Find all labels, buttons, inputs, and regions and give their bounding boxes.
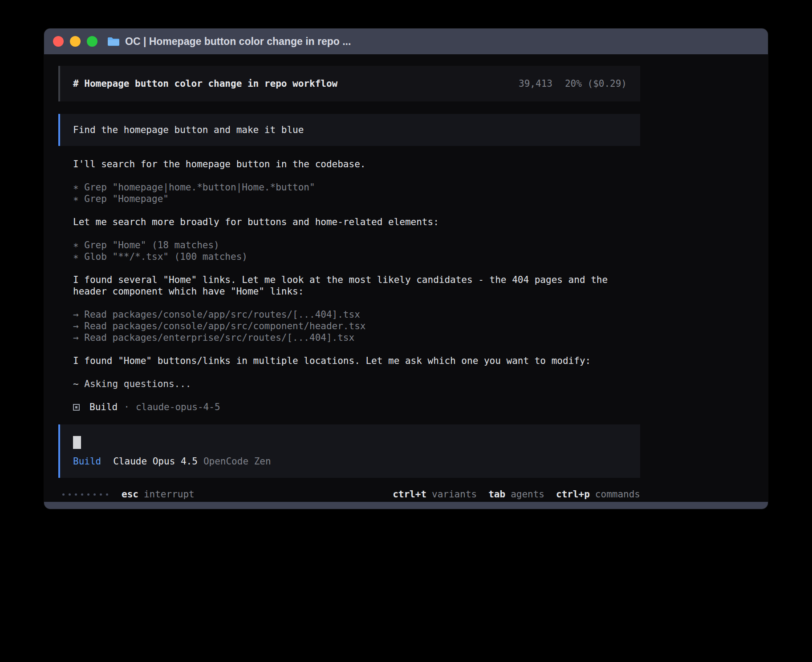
keybind-key: esc <box>122 489 138 500</box>
keybind-label: interrupt <box>144 489 195 500</box>
session-usage: 39,413 20% ($0.29) <box>519 78 627 89</box>
spinner-dot <box>100 493 102 496</box>
tool-call-line: ∗ Glob "**/*.tsx" (100 matches) <box>73 251 627 262</box>
transcript-block-text: Let me search more broadly for buttons a… <box>73 216 627 228</box>
keybind-hint-variants: ctrl+tvariants <box>393 488 477 500</box>
zoom-button[interactable] <box>87 36 97 47</box>
spinner-dot <box>75 493 77 496</box>
transcript-block-text: I found "Home" buttons/links in multiple… <box>73 355 627 367</box>
terminal-content: # Homepage button color change in repo w… <box>44 54 768 502</box>
transcript-block-text: I found several "Home" links. Let me loo… <box>73 274 627 297</box>
assistant-text-line: I found "Home" buttons/links in multiple… <box>73 355 627 367</box>
tool-call-line: ∗ Grep "Home" (18 matches) <box>73 239 627 251</box>
context-usage: 20% ($0.29) <box>565 78 627 89</box>
transcript-block-text: I'll search for the homepage button in t… <box>73 158 627 170</box>
transcript-block-tool: ∗ Grep "homepage|home.*button|Home.*butt… <box>73 182 627 205</box>
keybind-hint-commands: ctrl+pcommands <box>556 488 640 500</box>
input-meta: Build Claude Opus 4.5 OpenCode Zen <box>73 456 627 467</box>
agent-name: Build <box>89 401 118 413</box>
session-title: # Homepage button color change in repo w… <box>73 78 337 89</box>
spinner-dots <box>62 493 108 496</box>
agent-build-icon <box>73 404 80 411</box>
spinner-dot <box>106 493 108 496</box>
spinner-dot <box>81 493 83 496</box>
window-title: OC | Homepage button color change in rep… <box>125 36 351 48</box>
spinner-dot <box>93 493 96 496</box>
transcript: I'll search for the homepage button in t… <box>58 158 640 390</box>
keybind-label: variants <box>432 489 477 500</box>
input-provider-name: OpenCode Zen <box>203 456 271 467</box>
session-header: # Homepage button color change in repo w… <box>58 66 640 101</box>
input-mode-badge[interactable]: Build <box>73 456 101 467</box>
minimize-button[interactable] <box>70 36 81 47</box>
status-bar: escinterrupt ctrl+tvariantstabagentsctrl… <box>58 488 640 500</box>
user-message-text: Find the homepage button and make it blu… <box>73 124 304 136</box>
transcript-block-tool: → Read packages/console/app/src/routes/[… <box>73 309 627 343</box>
statusbar-left-hints: escinterrupt <box>122 488 195 500</box>
window-titlebar: OC | Homepage button color change in rep… <box>44 28 768 54</box>
terminal-window: OC | Homepage button color change in rep… <box>44 28 768 509</box>
keybind-hint-agents: tabagents <box>488 488 544 500</box>
agent-status-line: Build · claude-opus-4-5 <box>58 401 640 413</box>
input-model-name: Claude Opus 4.5 <box>113 456 198 467</box>
tool-call-line: → Read packages/console/app/src/componen… <box>73 320 627 332</box>
keybind-key: tab <box>488 489 505 500</box>
prompt-input[interactable]: Build Claude Opus 4.5 OpenCode Zen <box>58 424 640 478</box>
token-count: 39,413 <box>519 78 552 89</box>
keybind-key: ctrl+p <box>556 489 590 500</box>
assistant-text-line: ~ Asking questions... <box>73 378 627 390</box>
spinner-dot <box>62 493 65 496</box>
keybind-hint-interrupt: escinterrupt <box>122 488 195 500</box>
keybind-key: ctrl+t <box>393 489 426 500</box>
tool-call-line: → Read packages/console/app/src/routes/[… <box>73 309 627 320</box>
spinner-dot <box>69 493 71 496</box>
agent-model: claude-opus-4-5 <box>136 401 220 413</box>
transcript-block-tool: ∗ Grep "Home" (18 matches)∗ Glob "**/*.t… <box>73 239 627 262</box>
assistant-text-line: I'll search for the homepage button in t… <box>73 158 627 170</box>
folder-icon <box>107 36 120 46</box>
traffic-lights <box>53 36 97 47</box>
agent-separator: · <box>124 401 130 413</box>
keybind-label: agents <box>511 489 544 500</box>
transcript-block-status: ~ Asking questions... <box>73 378 627 390</box>
tool-call-line: ∗ Grep "homepage|home.*button|Home.*butt… <box>73 182 627 193</box>
user-message: Find the homepage button and make it blu… <box>58 114 640 146</box>
statusbar-right-hints: ctrl+tvariantstabagentsctrl+pcommands <box>393 488 640 500</box>
assistant-text-line: I found several "Home" links. Let me loo… <box>73 274 627 297</box>
assistant-text-line: Let me search more broadly for buttons a… <box>73 216 627 228</box>
tool-call-line: → Read packages/enterprise/src/routes/[.… <box>73 332 627 343</box>
window-bottom-edge <box>44 502 768 509</box>
keybind-label: commands <box>595 489 640 500</box>
spinner-dot <box>87 493 89 496</box>
close-button[interactable] <box>53 36 64 47</box>
tool-call-line: ∗ Grep "Homepage" <box>73 193 627 205</box>
text-cursor <box>73 436 81 449</box>
